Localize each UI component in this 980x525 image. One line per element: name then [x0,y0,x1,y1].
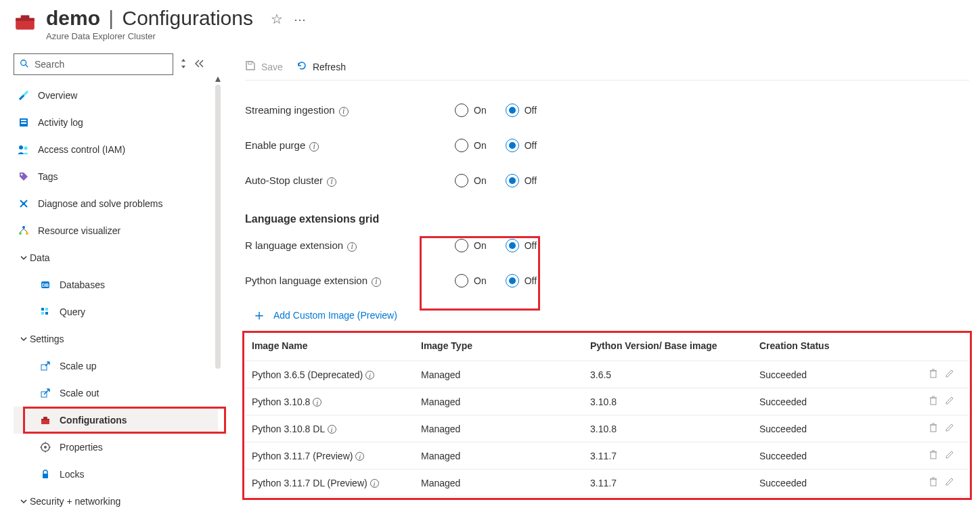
edit-icon[interactable] [945,478,954,488]
nav-diagnose[interactable]: Diagnose and solve problems [14,190,218,217]
svg-point-14 [26,232,28,235]
svg-text:DB: DB [42,283,49,288]
nav-configurations[interactable]: Configurations [14,407,218,434]
expand-icon[interactable] [180,58,187,71]
delete-icon[interactable] [929,369,938,380]
nav-scale-out[interactable]: Scale out [14,380,218,407]
table-row: Python 3.11.7 (Preview) iManaged3.11.7Su… [245,442,969,470]
info-icon[interactable]: i [327,177,336,187]
save-button[interactable]: Save [245,60,283,73]
nav-group-settings[interactable]: Settings [14,325,218,352]
col-image-type: Image Type [414,332,583,361]
radio-r-off[interactable]: Off [506,239,537,252]
info-icon[interactable]: i [347,242,357,252]
table-row: Python 3.10.8 iManaged3.10.8Succeeded [245,388,969,415]
radio-streaming-on[interactable]: On [455,104,487,117]
setting-r-ext: R language extensioni On Off [245,228,969,263]
delete-icon[interactable] [929,451,938,461]
diagnose-icon [18,198,30,210]
cell-status: Succeeded [753,442,915,470]
title-separator: | [108,7,114,29]
edit-icon[interactable] [945,451,954,461]
svg-line-4 [26,64,28,67]
cell-version: 3.6.5 [583,361,753,388]
favorite-icon[interactable]: ☆ [271,12,283,26]
info-icon[interactable]: i [355,452,364,461]
visualizer-icon [18,225,30,237]
section-language-ext: Language extensions grid [245,213,969,225]
edit-icon[interactable] [945,369,954,380]
setting-autostop: Auto-Stop clusteri On Off [245,163,969,198]
svg-rect-24 [41,419,49,420]
radio-autostop-off[interactable]: Off [506,174,537,187]
search-input[interactable] [33,58,167,70]
collapse-icon[interactable] [194,59,204,70]
delete-icon[interactable] [929,396,938,407]
setting-streaming: Streaming ingestioni On Off [245,93,969,128]
info-icon[interactable]: i [339,107,349,116]
cell-name: Python 3.11.7 DL (Preview) i [245,470,414,497]
svg-rect-18 [45,308,48,311]
activity-icon [18,116,30,129]
main-content: Save Refresh Streaming ingestioni On Off… [218,53,980,515]
info-icon[interactable]: i [328,425,336,434]
svg-point-9 [24,147,28,150]
svg-rect-25 [43,417,47,419]
info-icon[interactable]: i [372,277,381,287]
nav-activity-log[interactable]: Activity log [14,109,218,136]
info-icon[interactable]: i [365,371,374,380]
save-icon [245,60,256,73]
cell-name: Python 3.10.8 i [245,388,414,415]
table-row: Python 3.6.5 (Deprecated) iManaged3.6.5S… [245,361,969,388]
header-actions: ☆ ⋯ [271,11,307,27]
chevron-down-icon [18,335,30,343]
cell-type: Managed [414,361,583,388]
delete-icon[interactable] [929,478,938,488]
nav-group-security[interactable]: Security + networking [14,488,218,515]
scale-out-icon [39,387,51,399]
images-table: Image Name Image Type Python Version/ Ba… [245,332,969,497]
svg-rect-34 [931,479,936,486]
row-actions [915,361,969,388]
iam-icon [18,143,30,156]
toolbar: Save Refresh [245,53,969,81]
nav-query[interactable]: Query [14,298,218,325]
radio-purge-on[interactable]: On [455,139,487,152]
nav-overview[interactable]: Overview [14,82,218,109]
svg-rect-20 [45,312,48,315]
add-custom-image-link[interactable]: ＋ Add Custom Image (Preview) [252,305,397,325]
radio-purge-off[interactable]: Off [506,139,537,152]
radio-autostop-on[interactable]: On [455,174,487,187]
nav-access-control[interactable]: Access control (IAM) [14,136,218,163]
edit-icon[interactable] [945,396,954,407]
cell-name: Python 3.6.5 (Deprecated) i [245,361,414,388]
delete-icon[interactable] [929,424,938,434]
nav-tags[interactable]: Tags [14,163,218,190]
nav-locks[interactable]: Locks [14,461,218,488]
cell-type: Managed [414,442,583,470]
nav-resource-visualizer[interactable]: Resource visualizer [14,217,218,244]
cell-version: 3.10.8 [583,388,753,415]
search-box[interactable] [14,53,173,75]
cell-type: Managed [414,415,583,442]
svg-point-12 [22,226,25,229]
info-icon[interactable]: i [313,398,321,407]
nav-databases[interactable]: DB Databases [14,271,218,298]
plus-icon: ＋ [252,305,267,325]
nav-scale-up[interactable]: Scale up [14,352,218,380]
info-icon[interactable]: i [309,142,319,152]
refresh-button[interactable]: Refresh [296,60,346,73]
edit-icon[interactable] [945,424,954,434]
row-actions [915,415,969,442]
cell-version: 3.11.7 [583,442,753,470]
radio-streaming-off[interactable]: Off [506,104,537,117]
radio-r-on[interactable]: On [455,239,487,252]
refresh-icon [296,60,307,73]
radio-py-off[interactable]: Off [506,274,537,288]
svg-point-10 [21,174,23,176]
nav-properties[interactable]: Properties [14,434,218,461]
nav-group-data[interactable]: Data [14,244,218,271]
more-icon[interactable]: ⋯ [294,13,307,26]
radio-py-on[interactable]: On [455,274,487,288]
info-icon[interactable]: i [370,479,379,488]
